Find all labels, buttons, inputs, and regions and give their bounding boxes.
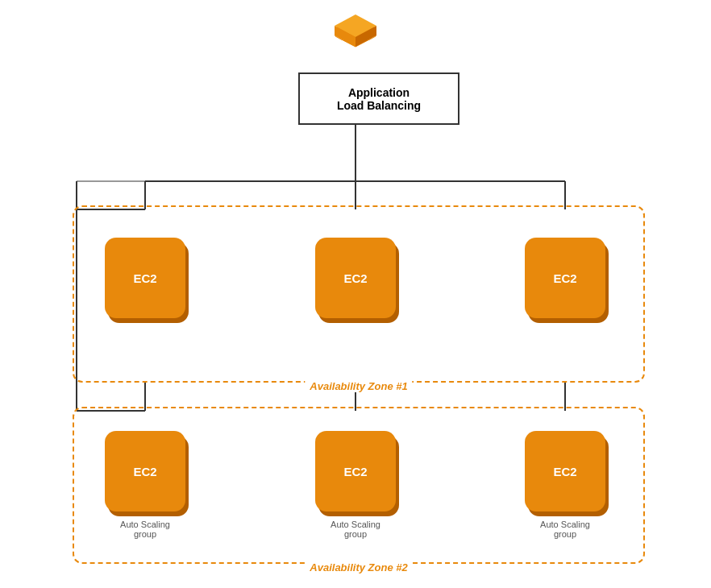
ec2-az1-instance-1: EC2: [105, 238, 185, 318]
az2-label: Availability Zone #2: [305, 561, 412, 574]
ec2-az1-instance-2: EC2: [315, 238, 396, 318]
alb-box: ApplicationLoad Balancing: [298, 72, 459, 125]
ec2-az2-instance-2: EC2: [315, 431, 396, 511]
ec2-az1-instance-3: EC2: [525, 238, 605, 318]
az1-label: Availability Zone #1: [305, 380, 412, 392]
ec2-label-r1c1: EC2: [133, 271, 156, 285]
alb-label: ApplicationLoad Balancing: [337, 86, 421, 112]
ec2-label-r2c3: EC2: [553, 465, 576, 478]
ec2-label-r1c2: EC2: [343, 271, 367, 285]
ec2-az2-instance-1: EC2: [105, 431, 185, 511]
asg-label-az2-3: Auto Scalinggroup: [525, 520, 605, 539]
ec2-label-r1c3: EC2: [553, 271, 576, 285]
asg-label-az2-1: Auto Scalinggroup: [105, 520, 185, 539]
ec2-az2-instance-3: EC2: [525, 431, 605, 511]
ec2-label-r2c1: EC2: [133, 465, 156, 478]
ec2-label-r2c2: EC2: [343, 465, 367, 478]
diagram-container: ApplicationLoad Balancing Availabili: [0, 0, 711, 588]
asg-label-az2-2: Auto Scalinggroup: [315, 520, 396, 539]
